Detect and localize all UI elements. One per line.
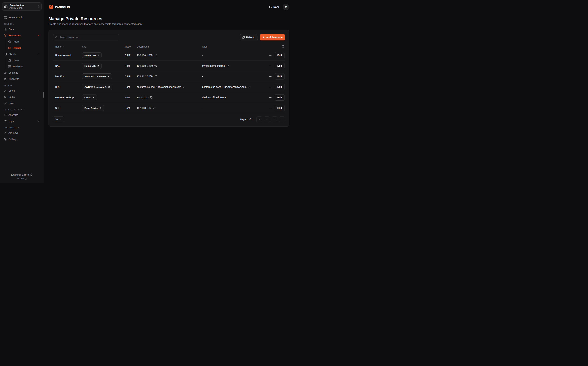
columns-icon — [281, 45, 284, 48]
copy-icon[interactable] — [227, 65, 230, 67]
resources-card: Refresh Add Resource Name Site Mode — [49, 30, 289, 127]
add-resource-button[interactable]: Add Resource — [260, 34, 285, 40]
sidebar-scrollbar-thumb[interactable] — [43, 92, 44, 98]
edition-line: Enterprise Edition — [2, 174, 42, 176]
pangolin-logo-icon — [49, 4, 54, 9]
version-line[interactable]: v1.13.0 — [2, 177, 42, 180]
sidebar-item-resources[interactable]: Resources — [2, 32, 42, 38]
sidebar-item-server-admin[interactable]: Server Admin — [2, 14, 42, 21]
copy-icon[interactable] — [183, 86, 185, 88]
sidebar-nav: Server Admin GENERAL Sites Resources Pub… — [2, 14, 42, 174]
refresh-button[interactable]: Refresh — [240, 34, 258, 40]
org-selector[interactable]: Organization ACME Corp. — [2, 2, 42, 11]
column-visibility-button[interactable] — [263, 45, 285, 48]
edit-button[interactable]: Edit — [275, 94, 285, 100]
resource-name: RDS — [53, 85, 82, 88]
key-icon — [4, 131, 7, 134]
theme-toggle[interactable]: Dark — [269, 6, 279, 8]
chevron-up-icon — [37, 53, 40, 55]
table-row: RDS AWS VPC us-west-1 Host postgres.us-e… — [53, 82, 285, 92]
resource-alias: mynas.home.internal — [202, 64, 226, 67]
prev-page-button[interactable] — [264, 116, 270, 122]
sidebar-item-label: Logs — [8, 120, 36, 122]
site-link[interactable]: AWS VPC us-east-1 — [82, 73, 112, 79]
row-menu-button[interactable] — [269, 64, 272, 67]
sidebar-footer: Enterprise Edition v1.13.0 — [2, 174, 42, 181]
monitor-up-icon — [4, 53, 7, 56]
copy-icon[interactable] — [153, 107, 155, 109]
row-menu-button[interactable] — [269, 85, 272, 89]
sidebar-item-public[interactable]: Public — [5, 38, 42, 45]
site-label: Office — [84, 96, 91, 99]
edit-button[interactable]: Edit — [275, 52, 285, 58]
clients-sub-list: Users Machines — [5, 57, 42, 70]
sidebar-item-label: Sites — [8, 28, 14, 30]
edit-button[interactable]: Edit — [275, 63, 285, 69]
resource-destination: 192.168.1.12 — [137, 107, 151, 109]
arrow-up-right-icon — [97, 54, 99, 56]
row-menu-button[interactable] — [269, 107, 272, 110]
app-window: Organization ACME Corp. Server Admin GEN… — [0, 0, 294, 183]
sidebar-item-blueprints[interactable]: Blueprints — [2, 76, 42, 82]
resource-mode: Host — [125, 107, 137, 109]
chevron-down-icon — [37, 90, 40, 92]
site-link[interactable]: Office — [82, 94, 97, 100]
sidebar-item-domains[interactable]: Domains — [2, 70, 42, 76]
copy-icon[interactable] — [150, 96, 153, 99]
sidebar-section-general: GENERAL — [2, 23, 42, 25]
resource-destination: postgres.us-east-1.rds.amazonaws.com — [137, 85, 181, 88]
row-menu-button[interactable] — [269, 54, 272, 57]
sidebar-item-sites[interactable]: Sites — [2, 26, 42, 32]
site-link[interactable]: AWS VPC us-west-1 — [82, 84, 112, 90]
github-icon[interactable] — [30, 174, 32, 176]
sidebar-item-links[interactable]: Links — [2, 100, 42, 106]
row-menu-button[interactable] — [269, 96, 272, 99]
moon-icon — [269, 6, 272, 8]
arrow-up-right-icon — [108, 86, 110, 88]
globe-icon — [4, 71, 7, 74]
page-size-select[interactable]: 20 — [53, 116, 64, 122]
sidebar-item-roles[interactable]: Roles — [2, 94, 42, 100]
sidebar-item-machines[interactable]: Machines — [5, 63, 42, 70]
resource-alias: desktop.office.internal — [202, 96, 227, 99]
arrow-up-right-icon — [92, 96, 95, 99]
sidebar-item-api-keys[interactable]: API Keys — [2, 130, 42, 136]
last-page-button[interactable] — [279, 116, 285, 122]
copy-icon[interactable] — [154, 65, 157, 67]
first-page-button[interactable] — [256, 116, 262, 122]
edit-button[interactable]: Edit — [275, 84, 285, 90]
chevrons-right-icon — [281, 118, 283, 121]
avatar[interactable]: M — [283, 4, 289, 10]
copy-icon[interactable] — [155, 54, 158, 57]
sidebar-item-clients[interactable]: Clients — [2, 51, 42, 57]
search-icon — [55, 36, 58, 39]
sidebar-item-clients-users[interactable]: Users — [5, 57, 42, 63]
sidebar-item-analytics[interactable]: Analytics — [2, 112, 42, 118]
resource-destination: 10.30.0.53 — [137, 96, 149, 99]
edit-button[interactable]: Edit — [275, 73, 285, 79]
toolbar-actions: Refresh Add Resource — [240, 34, 285, 40]
sidebar-item-users[interactable]: Users — [2, 88, 42, 94]
next-page-button[interactable] — [272, 116, 277, 122]
org-selector-text: Organization ACME Corp. — [9, 4, 35, 9]
search-box — [53, 34, 119, 40]
edit-button[interactable]: Edit — [275, 105, 285, 111]
sidebar-item-settings[interactable]: Settings — [2, 136, 42, 142]
logs-icon — [4, 120, 7, 123]
column-header-name[interactable]: Name — [53, 45, 82, 48]
arrow-up-right-icon — [107, 75, 110, 78]
search-input[interactable] — [59, 36, 117, 39]
version-label: v1.13.0 — [17, 177, 23, 180]
site-link[interactable]: Edge Device — [82, 105, 104, 111]
sidebar-item-private[interactable]: Private — [5, 45, 42, 51]
copy-icon[interactable] — [155, 75, 158, 78]
site-link[interactable]: Home Lab — [82, 63, 102, 69]
sidebar-item-logs[interactable]: Logs — [2, 118, 42, 124]
copy-icon[interactable] — [248, 86, 251, 88]
site-label: Home Lab — [84, 54, 96, 57]
pagination-buttons — [256, 116, 285, 122]
site-link[interactable]: Home Lab — [82, 52, 102, 58]
brand[interactable]: PANGOLIN — [49, 4, 70, 9]
row-menu-button[interactable] — [269, 75, 272, 78]
resource-name: NAS — [53, 64, 82, 67]
